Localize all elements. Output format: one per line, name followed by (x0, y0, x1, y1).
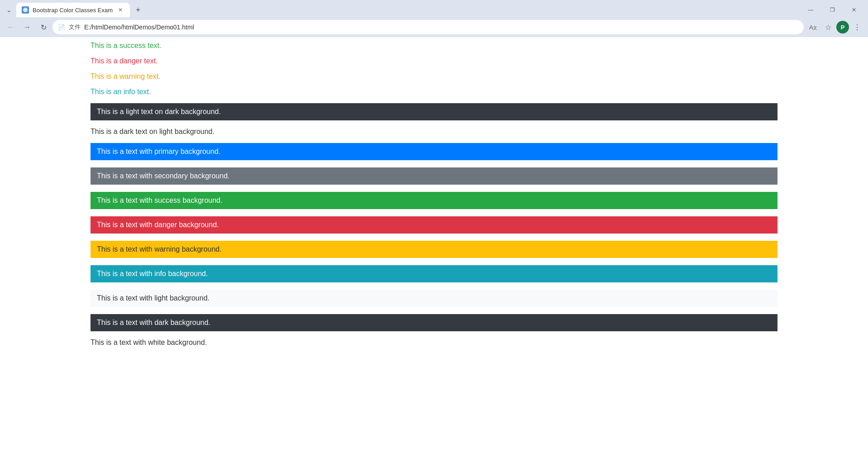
address-text: E:/htmlDemo/htmlDemos/Demo01.html (84, 24, 194, 31)
active-tab[interactable]: Bootstrap Color Classes Exam ✕ (16, 3, 130, 17)
toolbar-right: A 文 ☆ P ⋮ (806, 20, 864, 34)
close-button[interactable]: ✕ (844, 3, 864, 17)
minimize-button[interactable]: — (800, 3, 821, 17)
tab-title: Bootstrap Color Classes Exam (33, 7, 113, 14)
danger-text: This is a danger text. (91, 57, 777, 65)
dark2-bg-block: This is a text with dark background. (91, 314, 777, 331)
light-bg-block: This is a text with light background. (91, 290, 777, 307)
favorites-button[interactable]: ☆ (821, 20, 835, 34)
secondary-bg-block: This is a text with secondary background… (91, 167, 777, 185)
tab-favicon (22, 6, 29, 14)
maximize-button[interactable]: ❐ (822, 3, 843, 17)
translate-button[interactable]: A 文 (806, 20, 820, 34)
new-tab-button[interactable]: + (132, 4, 144, 16)
dark-bg-block: This is a light text on dark background. (91, 103, 777, 120)
tab-bar: ⌄ Bootstrap Color Classes Exam ✕ + — ❐ ✕ (0, 0, 868, 17)
tab-close-button[interactable]: ✕ (116, 6, 124, 14)
svg-text:文: 文 (813, 25, 817, 30)
success-bg-block: This is a text with success background. (91, 192, 777, 209)
warning-bg-block: This is a text with warning background. (91, 241, 777, 258)
page-content: This is a success text. This is a danger… (0, 37, 868, 458)
window-controls: — ❐ ✕ (800, 3, 864, 17)
dark-on-light-text: This is a dark text on light background. (91, 128, 777, 136)
white-bg-text: This is a text with white background. (91, 339, 777, 347)
file-label: 文件 (69, 23, 81, 31)
info-bg-block: This is a text with info background. (91, 265, 777, 282)
lock-icon: 📄 (58, 24, 65, 31)
address-bar-input[interactable]: 📄 文件 E:/htmlDemo/htmlDemos/Demo01.html (52, 20, 804, 34)
danger-bg-block: This is a text with danger background. (91, 216, 777, 234)
info-text: This is an info text. (91, 88, 777, 96)
primary-bg-block: This is a text with primary background. (91, 143, 777, 160)
reload-button[interactable]: ↻ (36, 20, 51, 34)
address-bar: ← → ↻ 📄 文件 E:/htmlDemo/htmlDemos/Demo01.… (0, 17, 868, 37)
back-button[interactable]: ← (4, 20, 18, 34)
warning-text: This is a warning text. (91, 72, 777, 81)
browser-window: ⌄ Bootstrap Color Classes Exam ✕ + — ❐ ✕… (0, 0, 868, 458)
svg-point-0 (23, 8, 28, 12)
tab-list-button[interactable]: ⌄ (4, 5, 14, 15)
success-text: This is a success text. (91, 42, 777, 50)
profile-button[interactable]: P (836, 21, 849, 33)
menu-button[interactable]: ⋮ (850, 20, 864, 34)
forward-button[interactable]: → (20, 20, 34, 34)
